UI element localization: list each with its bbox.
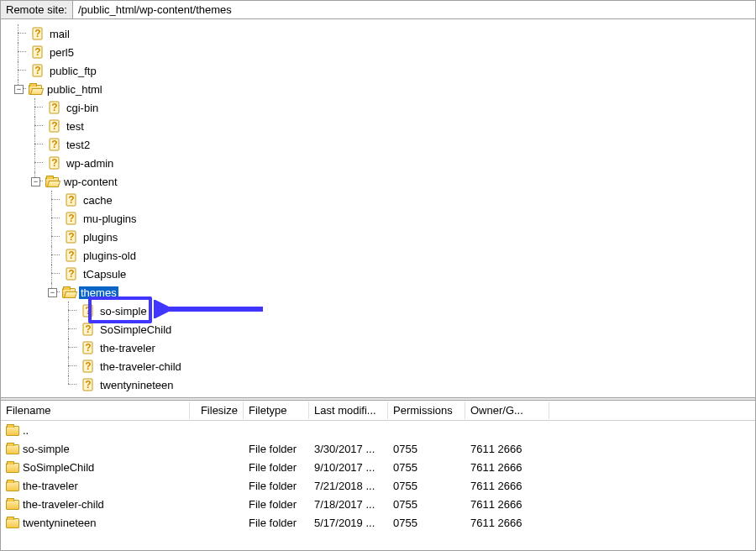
unknown-icon: ? [31, 64, 45, 77]
unknown-icon: ? [65, 249, 78, 262]
unknown-icon: ? [81, 323, 95, 336]
tree-item[interactable]: ?test2 [45, 135, 755, 154]
list-item-size [190, 447, 244, 450]
svg-text:?: ? [51, 102, 57, 113]
tree-item[interactable]: ?test [45, 117, 755, 135]
remote-file-list[interactable]: Filename Filesize Filetype Last modifi..… [1, 401, 755, 550]
list-item-permissions: 0755 [388, 459, 465, 475]
list-item-owner: 7611 2666 [465, 515, 549, 531]
folder-icon [6, 444, 19, 454]
list-item-permissions: 0755 [388, 515, 465, 531]
folder-icon [6, 463, 19, 473]
list-item[interactable]: twentynineteen File folder 5/17/2019 ...… [1, 513, 755, 532]
tree-item[interactable]: − themes [61, 283, 755, 302]
list-item[interactable]: SoSimpleChild File folder 9/10/2017 ... … [1, 458, 755, 476]
svg-text:?: ? [51, 139, 57, 150]
tree-item[interactable]: ?mu-plugins [61, 209, 755, 228]
tree-item-label: plugins [81, 231, 119, 244]
tree-item[interactable]: ?tCapsule [61, 265, 755, 283]
remote-path-input[interactable] [73, 1, 755, 18]
list-item-permissions: 0755 [388, 478, 465, 494]
tree-item-label: wp-content [62, 176, 119, 188]
list-item-updir[interactable]: .. [1, 421, 755, 439]
list-item[interactable]: the-traveler File folder 7/21/2018 ... 0… [1, 476, 755, 495]
svg-text:?: ? [68, 268, 74, 280]
tree-item[interactable]: ? mail [28, 24, 755, 43]
list-item[interactable]: so-simple File folder 3/30/2017 ... 0755… [1, 439, 755, 458]
svg-text:?: ? [34, 28, 40, 39]
list-item-permissions: 0755 [388, 441, 465, 457]
tree-item[interactable]: ?plugins-old [61, 246, 755, 265]
tree-item-public-html: − public_html ?cgi-bin ?test ?test2 ?wp-… [11, 80, 755, 394]
unknown-icon: ? [81, 359, 95, 373]
tree-item-label: test [65, 120, 86, 133]
unknown-icon: ? [81, 304, 95, 317]
tree-item[interactable]: ?the-traveler-child [78, 357, 755, 375]
unknown-icon: ? [31, 27, 45, 40]
list-item-type: File folder [244, 515, 309, 531]
unknown-icon: ? [65, 230, 78, 244]
tree-item-label: mu-plugins [81, 213, 139, 225]
list-item-name: .. [23, 424, 29, 437]
list-item-size [190, 484, 244, 487]
svg-text:?: ? [34, 46, 40, 58]
tree-item[interactable]: − public_html [28, 80, 755, 98]
tree-item-themes: − themes ?so-simple ?SoSimpleChild ?the-… [45, 283, 755, 394]
list-item-name: so-simple [23, 443, 70, 455]
tree-item[interactable]: ?cgi-bin [45, 98, 755, 117]
svg-text:?: ? [68, 231, 74, 243]
tree-item[interactable]: ?so-simple [78, 302, 755, 320]
list-item-modified: 7/18/2017 ... [309, 496, 388, 512]
col-modified[interactable]: Last modifi... [309, 401, 388, 419]
tree-item[interactable]: ? perl5 [28, 43, 755, 61]
list-item-name: the-traveler-child [23, 498, 104, 511]
remote-tree-pane[interactable]: ? mail ? perl5 ? public_ftp [1, 19, 755, 397]
collapse-toggle[interactable]: − [14, 85, 24, 94]
folder-icon [6, 518, 19, 528]
list-item[interactable]: the-traveler-child File folder 7/18/2017… [1, 495, 755, 513]
list-item-type: File folder [244, 496, 309, 512]
collapse-toggle[interactable]: − [31, 177, 40, 186]
tree-item-label: SoSimpleChild [98, 323, 173, 336]
unknown-icon: ? [31, 45, 45, 59]
tree-item[interactable]: ? public_ftp [28, 61, 755, 80]
unknown-icon: ? [65, 212, 78, 225]
collapse-toggle[interactable]: − [48, 288, 57, 297]
col-filetype[interactable]: Filetype [244, 401, 309, 419]
tree-item-label: the-traveler [98, 342, 157, 354]
tree-item[interactable]: ?cache [61, 191, 755, 209]
folder-open-icon [62, 288, 76, 298]
folder-icon [6, 426, 19, 436]
svg-text:?: ? [85, 360, 91, 372]
svg-text:?: ? [34, 65, 40, 76]
list-item-type: File folder [244, 478, 309, 494]
col-permissions[interactable]: Permissions [388, 401, 465, 419]
col-owner[interactable]: Owner/G... [465, 401, 549, 419]
tree-item[interactable]: ?plugins [61, 228, 755, 246]
list-item-modified: 9/10/2017 ... [309, 459, 388, 475]
list-item-type: File folder [244, 441, 309, 457]
list-item-name: twentynineteen [23, 517, 96, 529]
tree-item[interactable]: ?twentynineteen [78, 375, 755, 394]
tree-item-label: tCapsule [81, 268, 128, 281]
unknown-icon: ? [48, 101, 61, 114]
col-filesize[interactable]: Filesize [190, 401, 244, 419]
tree-item-label: wp-admin [65, 157, 115, 170]
folder-open-icon [45, 177, 59, 187]
unknown-icon: ? [81, 341, 95, 354]
unknown-icon: ? [48, 156, 61, 170]
col-filename[interactable]: Filename [1, 401, 190, 419]
list-item-size [190, 502, 244, 506]
folder-open-icon [29, 85, 42, 95]
tree-item[interactable]: ?SoSimpleChild [78, 320, 755, 338]
svg-text:?: ? [85, 379, 91, 391]
tree-item[interactable]: ?the-traveler [78, 338, 755, 357]
unknown-icon: ? [48, 119, 61, 133]
svg-text:?: ? [68, 213, 74, 224]
unknown-icon: ? [65, 267, 78, 281]
tree-item-label: public_ftp [48, 65, 98, 77]
list-item-name: the-traveler [23, 480, 78, 492]
tree-item[interactable]: ?wp-admin [45, 154, 755, 172]
list-item-size [190, 465, 244, 469]
tree-item[interactable]: − wp-content [45, 172, 755, 191]
